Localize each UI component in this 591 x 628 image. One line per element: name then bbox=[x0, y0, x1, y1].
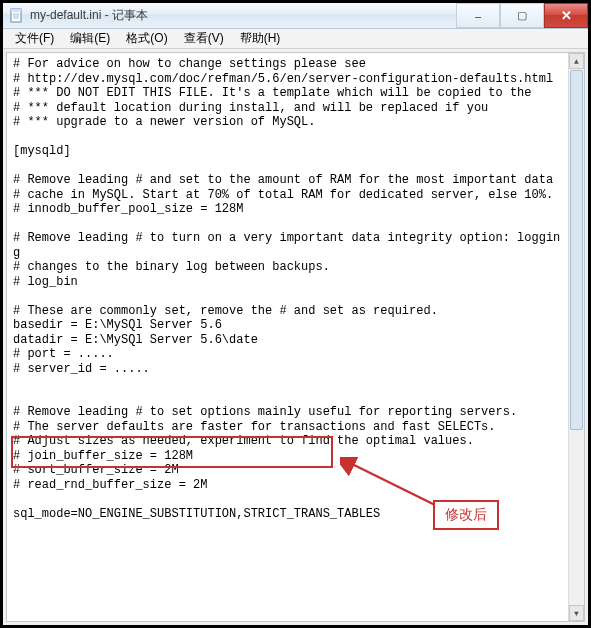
titlebar[interactable]: my-default.ini - 记事本 – ▢ ✕ bbox=[3, 3, 588, 29]
svg-rect-1 bbox=[11, 9, 21, 12]
window-control-buttons: – ▢ ✕ bbox=[456, 3, 588, 28]
editor-line: # innodb_buffer_pool_size = 128M bbox=[13, 202, 243, 216]
editor-line: # Remove leading # to turn on a very imp… bbox=[13, 231, 560, 260]
editor-line: # changes to the binary log between back… bbox=[13, 260, 330, 274]
chevron-up-icon: ▲ bbox=[574, 57, 579, 66]
editor-line: # port = ..... bbox=[13, 347, 114, 361]
window-title: my-default.ini - 记事本 bbox=[30, 7, 148, 24]
editor-line: # *** upgrade to a newer version of MySQ… bbox=[13, 115, 315, 129]
editor-line: # sort_buffer_size = 2M bbox=[13, 463, 179, 477]
maximize-button[interactable]: ▢ bbox=[500, 3, 544, 28]
editor-line: # log_bin bbox=[13, 275, 78, 289]
menu-format[interactable]: 格式(O) bbox=[118, 28, 175, 49]
editor-line: # *** default location during install, a… bbox=[13, 101, 488, 115]
editor-line: # For advice on how to change settings p… bbox=[13, 57, 366, 71]
editor-line: # Remove leading # and set to the amount… bbox=[13, 173, 553, 187]
editor-line: # The server defaults are faster for tra… bbox=[13, 420, 495, 434]
vertical-scrollbar[interactable]: ▲ ▼ bbox=[568, 53, 584, 621]
maximize-icon: ▢ bbox=[517, 9, 527, 22]
menu-help[interactable]: 帮助(H) bbox=[232, 28, 289, 49]
close-button[interactable]: ✕ bbox=[544, 3, 588, 28]
text-editor[interactable]: # For advice on how to change settings p… bbox=[7, 53, 568, 621]
editor-line: datadir = E:\MySQl Server 5.6\date bbox=[13, 333, 258, 347]
menu-edit[interactable]: 编辑(E) bbox=[62, 28, 118, 49]
menu-file[interactable]: 文件(F) bbox=[7, 28, 62, 49]
editor-line: basedir = E:\MySQl Server 5.6 bbox=[13, 318, 222, 332]
menubar: 文件(F) 编辑(E) 格式(O) 查看(V) 帮助(H) bbox=[3, 29, 588, 49]
editor-line: # These are commonly set, remove the # a… bbox=[13, 304, 438, 318]
editor-line: # server_id = ..... bbox=[13, 362, 150, 376]
window-frame: my-default.ini - 记事本 – ▢ ✕ 文件(F) 编辑(E) 格… bbox=[0, 0, 591, 628]
editor-line: # Adjust sizes as needed, experiment to … bbox=[13, 434, 474, 448]
menu-view[interactable]: 查看(V) bbox=[176, 28, 232, 49]
chevron-down-icon: ▼ bbox=[574, 609, 579, 618]
scroll-down-button[interactable]: ▼ bbox=[569, 605, 584, 621]
editor-line: [mysqld] bbox=[13, 144, 71, 158]
editor-line: # http://dev.mysql.com/doc/refman/5.6/en… bbox=[13, 72, 553, 86]
scrollbar-thumb[interactable] bbox=[570, 70, 583, 430]
editor-line: # cache in MySQL. Start at 70% of total … bbox=[13, 188, 553, 202]
editor-line: # join_buffer_size = 128M bbox=[13, 449, 193, 463]
editor-line: # read_rnd_buffer_size = 2M bbox=[13, 478, 207, 492]
editor-line: # Remove leading # to set options mainly… bbox=[13, 405, 517, 419]
scroll-up-button[interactable]: ▲ bbox=[569, 53, 584, 69]
editor-line: # *** DO NOT EDIT THIS FILE. It's a temp… bbox=[13, 86, 531, 100]
editor-frame: # For advice on how to change settings p… bbox=[6, 52, 585, 622]
editor-line: sql_mode=NO_ENGINE_SUBSTITUTION,STRICT_T… bbox=[13, 507, 380, 521]
minimize-icon: – bbox=[475, 10, 481, 22]
minimize-button[interactable]: – bbox=[456, 3, 500, 28]
notepad-icon bbox=[9, 8, 25, 24]
close-icon: ✕ bbox=[561, 8, 572, 23]
